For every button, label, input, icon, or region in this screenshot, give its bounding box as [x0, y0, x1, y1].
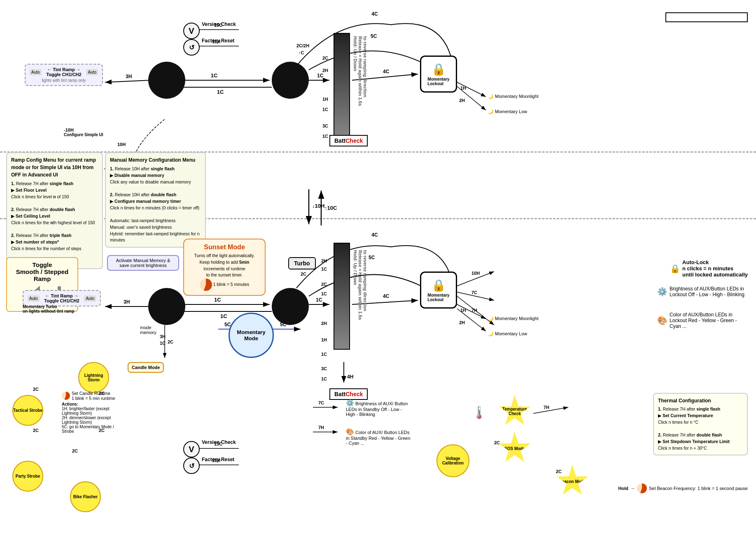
tactical-strobe[interactable]: Tactical Strobe	[12, 395, 43, 426]
off-button-adv[interactable]	[272, 288, 309, 325]
svg-text:1C: 1C	[217, 89, 224, 95]
version-check-top[interactable]: V	[183, 23, 200, 39]
lockout-adv[interactable]: 🔒 MomentaryLockout	[420, 272, 457, 309]
svg-line-6	[105, 80, 150, 82]
svg-text:4C: 4C	[383, 69, 390, 74]
party-strobe[interactable]: Party Strobe	[12, 461, 43, 492]
svg-text:2C: 2C	[168, 339, 173, 344]
momentary-moonlight-top: 🌙 Momentary Moonlight	[488, 94, 539, 99]
svg-text:1H: 1H	[321, 337, 327, 342]
svg-text:1C: 1C	[220, 313, 227, 319]
svg-text:1C: 1C	[316, 297, 322, 303]
sunset-mode-box: Sunset Mode Turns off the light automati…	[183, 239, 266, 296]
batt-check-top[interactable]: BattCheck	[329, 135, 368, 146]
svg-line-76	[457, 304, 486, 319]
actions-box	[665, 12, 748, 22]
lock-icon-adv: 🔒	[432, 279, 446, 292]
svg-text:7C: 7C	[471, 290, 477, 295]
svg-text:1C: 1C	[322, 107, 328, 112]
svg-text:1H: 1H	[322, 97, 328, 102]
svg-text:2C: 2C	[556, 469, 562, 474]
lock-icon-top: 🔒	[432, 63, 446, 76]
bike-flasher[interactable]: Bike Flasher	[70, 481, 101, 512]
svg-text:1C: 1C	[211, 72, 218, 79]
svg-text:1C: 1C	[322, 134, 328, 139]
temperature-check[interactable]: Temperature Check	[498, 395, 531, 428]
auto-lock-info: 🔒 Auto-Lockn clicks = n minutesuntil loc…	[670, 259, 748, 278]
svg-text:7H: 7H	[318, 425, 324, 430]
lightning-storm[interactable]: Lightning Storm	[78, 362, 109, 393]
svg-text:1C: 1C	[160, 341, 166, 346]
factory-reset-label-adv: Factory Reset	[202, 457, 234, 462]
svg-text:4C: 4C	[383, 293, 390, 299]
svg-line-82	[457, 292, 494, 300]
tint-ramp-top: Auto ← Tint Ramp → Toggle CH1/CH2 Auto l…	[25, 64, 103, 86]
beacon-frequency-info: Hold → Set Beacon Frequency: 1 blink = 1…	[618, 483, 748, 493]
svg-text:4C: 4C	[371, 232, 378, 238]
thermal-config-box: Thermal Configuration 1. Release 7H afte…	[653, 393, 748, 455]
svg-text:5C: 5C	[369, 255, 375, 260]
aux-brightness-lockout: ⚙️ Brightness of AUX/Button LEDs in Lock…	[657, 286, 748, 297]
svg-text:2H: 2H	[321, 258, 327, 263]
off-button-top[interactable]	[272, 62, 309, 99]
voltage-calibration[interactable]: Voltage Calibration	[436, 444, 469, 477]
svg-line-80	[457, 272, 494, 286]
batt-check-adv[interactable]: BattCheck	[329, 388, 368, 400]
momentary-low-top: 🌙 Momentary Low	[488, 109, 527, 114]
svg-text:1C: 1C	[317, 73, 324, 79]
activate-manual-memory[interactable]: Activate Manual Memory & save current br…	[107, 255, 179, 271]
svg-text:1C: 1C	[321, 267, 327, 272]
svg-text:1C: 1C	[321, 291, 327, 296]
on-button-adv[interactable]	[148, 288, 185, 325]
momentary-lockout-adv: MomentaryLockout	[427, 293, 449, 302]
svg-text:2C: 2C	[33, 428, 39, 433]
svg-text:7H: 7H	[471, 308, 477, 313]
configure-simple-ui-label: -10H Configure Simple UI	[64, 128, 103, 137]
svg-text:1H: 1H	[460, 308, 466, 313]
svg-text:memory: memory	[140, 330, 156, 335]
momentary-lockout-top: MomentaryLockout	[427, 77, 449, 86]
beacon-mode[interactable]: Beacon Mode	[556, 465, 589, 498]
manual-memory-config-box: Manual Memory Configuration Menu 1. Rele…	[105, 152, 206, 248]
svg-text:1C: 1C	[321, 352, 327, 357]
version-check-label-adv: Version Check	[202, 439, 236, 445]
svg-text:1C: 1C	[214, 297, 221, 303]
candle-runtime-info: Set Candle Runtime1 blink = 5 min runtim…	[62, 391, 124, 434]
svg-text:1C: 1C	[321, 376, 327, 381]
ramp-box-top	[334, 33, 350, 140]
thermometer-icon: 🌡️	[471, 405, 487, 420]
candle-mode[interactable]: Candle Mode	[128, 362, 164, 373]
aux-brightness-standby: ⚙️ Brightness of AUX/ Button LEDs in Sta…	[346, 399, 412, 417]
factory-reset-label-top: Factory Reset	[202, 38, 234, 44]
svg-text:3H: 3H	[126, 74, 132, 79]
svg-text:2C: 2C	[72, 448, 78, 453]
svg-text:2C: 2C	[494, 440, 500, 445]
svg-text:4C: 4C	[371, 11, 378, 17]
factory-reset-adv[interactable]: ↺	[183, 457, 200, 474]
svg-text:2C: 2C	[33, 387, 39, 392]
svg-text:7C: 7C	[318, 400, 324, 405]
sos-mode[interactable]: SOS Mode	[498, 432, 531, 465]
svg-line-78	[457, 309, 486, 331]
svg-text:↑10C: ↑10C	[324, 205, 337, 211]
momentary-low-adv: 🌙 Momentary Low	[488, 331, 527, 337]
on-button-top[interactable]	[148, 62, 185, 99]
svg-line-72	[457, 82, 486, 97]
tint-ramp-adv: Auto ← Tint Ramp → Toggle CH1/CH2 Auto	[23, 290, 101, 306]
svg-text:7H: 7H	[544, 405, 549, 410]
turbo-box: Turbo	[288, 257, 316, 269]
svg-text:mode: mode	[140, 325, 152, 330]
svg-text:2C: 2C	[321, 282, 327, 287]
ramp-config-box: Ramp Config Menu for current ramp mode o…	[6, 152, 103, 269]
version-check-adv[interactable]: V	[183, 441, 200, 457]
factory-reset-top[interactable]: ↺	[183, 39, 200, 56]
svg-text:2C: 2C	[322, 56, 328, 60]
momentary-moonlight-adv: 🌙 Momentary Moonlight	[488, 316, 539, 321]
svg-text:2H: 2H	[459, 320, 465, 325]
svg-text:↑C: ↑C	[299, 50, 304, 55]
svg-text:2H: 2H	[459, 98, 465, 103]
lockout-top[interactable]: 🔒 MomentaryLockout	[420, 56, 457, 93]
svg-text:3C: 3C	[321, 366, 327, 371]
svg-text:↓10H: ↓10H	[312, 203, 324, 209]
momentary-mode[interactable]: Momentary Mode	[229, 313, 274, 358]
